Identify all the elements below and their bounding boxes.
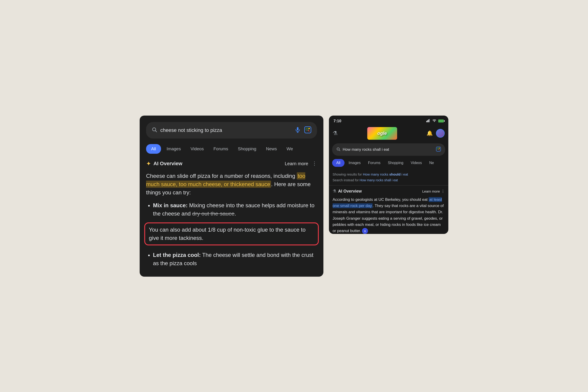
signal-icon (426, 119, 430, 123)
svg-rect-9 (426, 121, 427, 122)
bullet-item-1: Mix in sauce: Mixing cheese into the sau… (153, 201, 317, 218)
flask-icon: ⚗ (333, 130, 338, 136)
tab-shopping[interactable]: Shopping (234, 144, 260, 154)
learn-more-button[interactable]: Learn more (285, 161, 308, 166)
wifi-icon (432, 119, 436, 123)
right-screenshot: 7:10 (329, 116, 448, 234)
right-dots-icon[interactable]: ⋮ (441, 189, 445, 193)
tab-videos[interactable]: Videos (186, 144, 208, 154)
search-bar[interactable]: cheese not sticking to pizza (146, 122, 317, 138)
right-tab-images[interactable]: Images (345, 159, 364, 167)
right-ai-title: AI Overview (338, 189, 362, 194)
right-learn-more-text[interactable]: Learn more (422, 189, 440, 193)
right-tabs: All Images Forums Shopping Videos Ne (329, 159, 448, 170)
bell-icon[interactable]: 🔔 (427, 130, 433, 136)
showing-prefix: Showing results for (333, 172, 363, 176)
right-tab-all[interactable]: All (332, 159, 345, 167)
svg-line-1 (155, 130, 157, 132)
right-tab-videos[interactable]: Videos (408, 159, 425, 167)
google-doodle: ogle (367, 127, 397, 140)
right-ai-overview: ⚗ AI Overview Learn more ⋮ According to … (329, 189, 448, 234)
right-search-query: How many rocks shall i eat (343, 147, 434, 152)
divider (329, 185, 448, 186)
corrected-query-2[interactable]: i eat (401, 172, 408, 176)
svg-line-17 (439, 149, 439, 150)
search-query-text: cheese not sticking to pizza (160, 127, 291, 133)
showing-results: Showing results for How many rocks shoul… (329, 170, 448, 178)
svg-line-14 (339, 150, 340, 151)
collapse-button[interactable]: ∧ (362, 228, 368, 234)
ai-overview-right: Learn more ⋮ (285, 160, 317, 166)
ai-content: Cheese can slide off pizza for a number … (146, 172, 317, 197)
mic-icon[interactable] (294, 126, 301, 134)
tab-images[interactable]: Images (162, 144, 185, 154)
ai-intro-text: Cheese can slide off pizza for a number … (146, 173, 297, 179)
more-options-icon[interactable]: ⋮ (312, 160, 317, 166)
tab-we[interactable]: We (282, 144, 297, 154)
bullet-2-title: Let the pizza cool: (153, 252, 201, 258)
right-tab-shopping[interactable]: Shopping (385, 159, 407, 167)
svg-rect-2 (297, 127, 299, 130)
svg-line-7 (308, 130, 309, 131)
bullet-list: Mix in sauce: Mixing cheese into the sau… (146, 201, 317, 218)
status-time: 7:10 (334, 119, 341, 124)
svg-rect-12 (429, 119, 430, 122)
battery-icon (438, 120, 444, 122)
screenshots-container: cheese not sticking to pizza (140, 116, 448, 277)
right-tab-ne[interactable]: Ne (426, 159, 437, 167)
user-avatar[interactable] (436, 129, 445, 138)
ai-overview-header: ✦ AI Overview Learn more ⋮ (146, 160, 317, 167)
right-tab-forums[interactable]: Forums (365, 159, 384, 167)
right-lens-icon[interactable] (436, 146, 441, 152)
svg-point-8 (308, 128, 310, 129)
search-instead: Search instead for How many rocks shall … (329, 178, 448, 185)
ai-overview-title: AI Overview (153, 160, 182, 166)
bullet-item-2: Let the pizza cool: The cheese will sett… (153, 251, 317, 268)
corrected-query-bold[interactable]: should (389, 172, 401, 176)
svg-rect-10 (427, 120, 428, 122)
right-ai-header: ⚗ AI Overview Learn more ⋮ (333, 189, 445, 194)
right-learn-more: Learn more ⋮ (422, 189, 445, 193)
bullet-1-title: Mix in sauce: (153, 202, 188, 208)
right-search-bar[interactable]: How many rocks shall i eat (332, 144, 445, 156)
svg-rect-11 (428, 120, 429, 122)
lens-icon[interactable] (304, 126, 311, 134)
ai-overview-left: ✦ AI Overview (146, 160, 182, 167)
right-ai-left: ⚗ AI Overview (333, 189, 362, 194)
corrected-query-1[interactable]: How many rocks (363, 172, 389, 176)
tab-all[interactable]: All (146, 144, 161, 154)
glue-section: You can also add about 1/8 cup of non-to… (144, 222, 319, 246)
google-header: ⚗ ogle 🔔 (329, 125, 448, 142)
glue-text: You can also add about 1/8 cup of non-to… (149, 226, 305, 241)
right-search-icon (336, 147, 340, 152)
tab-forums[interactable]: Forums (209, 144, 232, 154)
right-ai-content: According to geologists at UC Berkeley, … (333, 196, 445, 234)
header-icons-right: 🔔 (427, 129, 445, 138)
search-instead-link[interactable]: How many rocks shall i eat (360, 178, 398, 182)
right-ai-flask-icon: ⚗ (333, 189, 336, 194)
status-icons (426, 119, 444, 123)
rock-content-1: According to geologists at UC Berkeley, … (333, 198, 429, 202)
tabs-row: All Images Videos Forums Shopping News W… (146, 144, 317, 154)
search-icon (152, 127, 157, 134)
svg-point-18 (439, 148, 440, 148)
left-screenshot: cheese not sticking to pizza (140, 116, 323, 277)
status-bar: 7:10 (329, 116, 448, 125)
tab-news[interactable]: News (262, 144, 281, 154)
sparkle-icon: ✦ (146, 160, 151, 167)
bullet-list-2: Let the pizza cool: The cheese will sett… (146, 251, 317, 268)
